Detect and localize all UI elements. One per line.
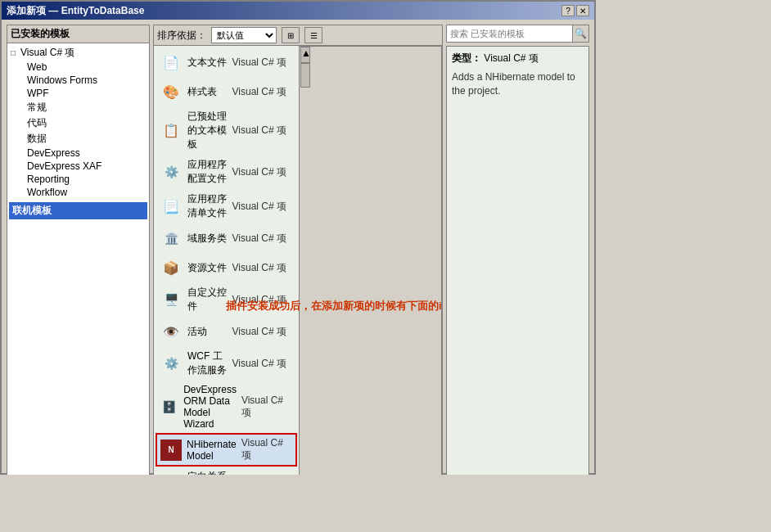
title-bar-buttons: ? ✕ — [561, 5, 589, 16]
template-icon-orm — [160, 395, 178, 418]
title-bar: 添加新项 — EntityToDataBase ? ✕ — [2, 2, 594, 20]
template-list-wrapper: 文本文件 Visual C# 项 样式表 Visual C# 项 已预处理的文本… — [154, 46, 442, 475]
template-item-orm[interactable]: DevExpress ORM Data Model Wizard Visual … — [156, 381, 297, 433]
template-name-custom-control: 自定义控件 — [187, 286, 228, 313]
dialog-title: 添加新项 — EntityToDataBase — [7, 4, 144, 18]
template-cat-app-manifest: Visual C# 项 — [232, 200, 293, 214]
search-input[interactable] — [447, 25, 572, 42]
template-name-activity: 活动 — [187, 325, 228, 339]
scrollbar-thumb[interactable] — [300, 63, 310, 88]
info-type-value: Visual C# 项 — [484, 52, 538, 64]
template-item-domain-service[interactable]: 域服务类 Visual C# 项 — [156, 223, 297, 253]
tree-item-windows-forms[interactable]: Windows Forms — [25, 74, 147, 87]
tree-group-header-visual-csharp[interactable]: □ Visual C# 项 — [9, 45, 147, 61]
template-icon-activity — [160, 320, 183, 343]
template-item-preprocessed[interactable]: 已预处理的文本模板 Visual C# 项 — [156, 106, 297, 155]
template-icon-text-file — [160, 51, 183, 74]
search-box: 🔍 — [446, 25, 589, 43]
template-icon-custom-control — [160, 288, 183, 311]
template-toolbar: 排序依据： 默认值 名称 类型 ⊞ ☰ — [154, 25, 442, 46]
help-button[interactable]: ? — [561, 5, 575, 16]
tree-item-web[interactable]: Web — [25, 61, 147, 74]
sort-label: 排序依据： — [157, 29, 206, 43]
dialog-content: 已安装的模板 □ Visual C# 项 Web Windows Forms W… — [2, 20, 594, 475]
template-name-domain-service: 域服务类 — [187, 232, 228, 246]
template-icon-domain-service — [160, 227, 183, 250]
tree-item-data[interactable]: 数据 — [25, 131, 147, 147]
template-cat-preprocessed: Visual C# 项 — [232, 124, 293, 138]
template-name-stylesheet: 样式表 — [187, 85, 228, 99]
template-icon-relation-diagram — [160, 472, 183, 475]
template-list-scrollbar[interactable]: ▲ ▼ — [299, 46, 442, 475]
tree-item-devexpress-xaf[interactable]: DevExpress XAF — [25, 160, 147, 173]
middle-panel: 排序依据： 默认值 名称 类型 ⊞ ☰ 文本文件 V — [153, 25, 443, 475]
template-item-wcf[interactable]: WCF 工作流服务 Visual C# 项 — [156, 346, 297, 381]
template-name-wcf: WCF 工作流服务 — [187, 349, 228, 377]
template-cat-nhibernate: Visual C# 项 — [241, 437, 292, 462]
tree-section-online[interactable]: 联机模板 — [9, 202, 147, 219]
template-item-text-file[interactable]: 文本文件 Visual C# 项 — [156, 47, 297, 77]
template-icon-app-config — [160, 160, 183, 183]
left-panel: 已安装的模板 □ Visual C# 项 Web Windows Forms W… — [7, 25, 150, 475]
template-list[interactable]: 文本文件 Visual C# 项 样式表 Visual C# 项 已预处理的文本… — [154, 46, 299, 475]
template-item-stylesheet[interactable]: 样式表 Visual C# 项 — [156, 77, 297, 106]
template-name-app-manifest: 应用程序清单文件 — [187, 192, 228, 220]
tree-item-workflow[interactable]: Workflow — [25, 186, 147, 199]
tree-item-wpf[interactable]: WPF — [25, 87, 147, 100]
tree-item-code[interactable]: 代码 — [25, 115, 147, 131]
search-button[interactable]: 🔍 — [572, 25, 588, 42]
template-icon-nhibernate: N — [160, 439, 182, 462]
right-panel: 🔍 类型： Visual C# 项 Adds a NHibernate mode… — [446, 25, 589, 475]
main-dialog: 添加新项 — EntityToDataBase ? ✕ 已安装的模板 □ Vis… — [0, 0, 596, 475]
template-item-activity[interactable]: 活动 Visual C# 项 — [156, 317, 297, 346]
template-name-text-file: 文本文件 — [187, 56, 228, 70]
template-cat-app-config: Visual C# 项 — [232, 165, 293, 179]
template-name-resource: 资源文件 — [187, 261, 228, 275]
template-cat-wcf: Visual C# 项 — [232, 357, 293, 371]
template-item-app-manifest[interactable]: 应用程序清单文件 Visual C# 项 — [156, 189, 297, 223]
template-icon-app-manifest — [160, 195, 183, 218]
template-cat-activity: Visual C# 项 — [232, 325, 293, 339]
tree-group-visual-csharp: □ Visual C# 项 Web Windows Forms WPF 常规 代… — [9, 45, 147, 199]
template-cat-resource: Visual C# 项 — [232, 261, 293, 275]
sort-select[interactable]: 默认值 名称 类型 — [211, 27, 277, 43]
template-cat-text-file: Visual C# 项 — [232, 56, 293, 70]
template-icon-resource — [160, 256, 183, 279]
scrollbar-up-arrow[interactable]: ▲ — [300, 47, 310, 63]
info-type-row: 类型： Visual C# 项 — [452, 52, 584, 65]
template-name-relation-diagram: 定向关系图文档 — [187, 470, 228, 475]
tree-container[interactable]: □ Visual C# 项 Web Windows Forms WPF 常规 代… — [7, 43, 149, 475]
template-name-nhibernate: NHibernate Model — [187, 439, 237, 462]
template-item-relation-diagram[interactable]: 定向关系图文档 Visual C# 项 — [156, 467, 297, 475]
tree-toggle-icon: □ — [11, 48, 20, 57]
tree-group-label: Visual C# 项 — [20, 46, 74, 60]
info-description: Adds a NHibernate model to the project. — [452, 70, 584, 98]
tree-item-devexpress[interactable]: DevExpress — [25, 147, 147, 160]
view-list-button[interactable]: ☰ — [304, 27, 322, 43]
tree-item-reporting[interactable]: Reporting — [25, 173, 147, 186]
template-cat-domain-service: Visual C# 项 — [232, 232, 293, 246]
view-grid-button[interactable]: ⊞ — [282, 27, 300, 43]
template-icon-stylesheet — [160, 80, 183, 103]
template-icon-preprocessed — [160, 119, 183, 142]
template-name-app-config: 应用程序配置文件 — [187, 158, 228, 186]
left-panel-header: 已安装的模板 — [7, 25, 149, 43]
template-name-preprocessed: 已预处理的文本模板 — [187, 110, 228, 151]
template-cat-orm: Visual C# 项 — [241, 394, 293, 420]
tree-item-general[interactable]: 常规 — [25, 100, 147, 115]
template-cat-stylesheet: Visual C# 项 — [232, 85, 293, 99]
template-icon-wcf — [160, 352, 183, 375]
close-button[interactable]: ✕ — [576, 5, 589, 16]
template-item-nhibernate[interactable]: N NHibernate Model Visual C# 项 — [156, 433, 297, 467]
template-item-resource[interactable]: 资源文件 Visual C# 项 — [156, 253, 297, 282]
info-type-label: 类型： — [452, 52, 481, 64]
tree-children: Web Windows Forms WPF 常规 代码 数据 DevExpres… — [9, 61, 147, 199]
info-panel: 类型： Visual C# 项 Adds a NHibernate model … — [446, 46, 589, 475]
main-area: 已安装的模板 □ Visual C# 项 Web Windows Forms W… — [7, 25, 589, 475]
template-item-custom-control[interactable]: 自定义控件 Visual C# 项 — [156, 282, 297, 317]
template-name-orm: DevExpress ORM Data Model Wizard — [183, 384, 237, 430]
template-item-app-config[interactable]: 应用程序配置文件 Visual C# 项 — [156, 155, 297, 189]
template-cat-custom-control: Visual C# 项 — [232, 293, 293, 307]
nhibernate-icon-graphic: N — [160, 440, 182, 461]
